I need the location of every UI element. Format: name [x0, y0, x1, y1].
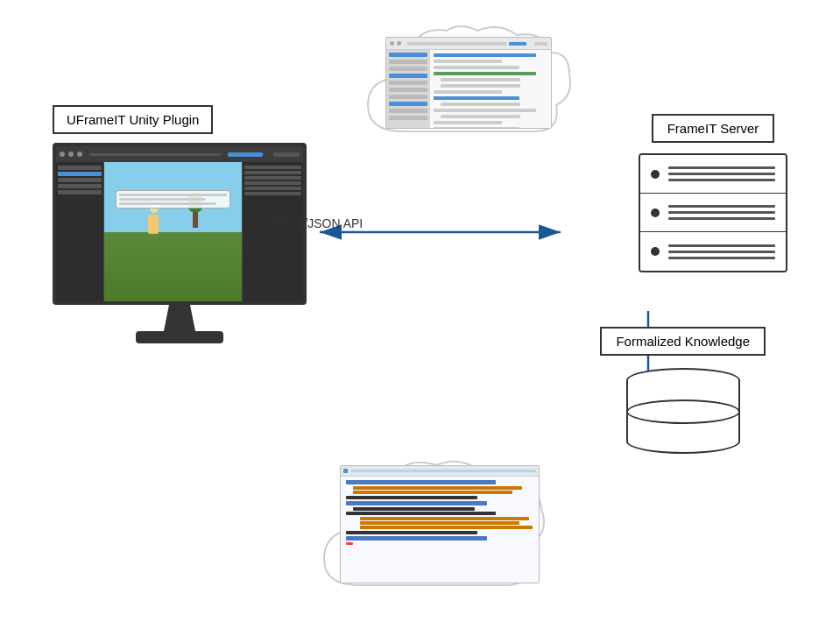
db-middle-line: [626, 399, 740, 424]
toolbar-dot-1: [60, 152, 65, 157]
server-dot-2: [651, 208, 660, 217]
server-section: FrameIT Server: [639, 114, 787, 272]
cloud-bottom-screenshot: [340, 465, 540, 583]
server-line-2c: [668, 217, 775, 220]
knowledge-label: Formalized Knowledge: [616, 334, 750, 349]
server-line-2b: [668, 211, 775, 214]
database-icon: [626, 368, 740, 454]
server-line-1a: [668, 166, 775, 169]
server-line-3b: [668, 251, 775, 253]
monitor: [53, 143, 307, 343]
ss-bottom-toolbar: [341, 466, 539, 477]
diagram-container: UFrameIT Unity Plugin: [0, 0, 840, 629]
knowledge-section: Formalized Knowledge: [600, 327, 766, 454]
unity-sidebar: [56, 162, 104, 301]
plugin-label: UFrameIT Unity Plugin: [67, 112, 199, 127]
server-line-3c: [668, 257, 775, 259]
toolbar-dot-3: [77, 152, 82, 157]
server-row-3: [640, 232, 786, 271]
ss-toolbar: [386, 38, 551, 50]
cloud-top-screenshot: [385, 37, 552, 129]
monitor-screen: [53, 143, 307, 305]
db-body: [626, 380, 740, 442]
ss-body: [386, 50, 551, 128]
server-label: FrameIT Server: [667, 121, 759, 136]
plugin-label-box: UFrameIT Unity Plugin: [53, 105, 213, 134]
unity-right-panel: [242, 162, 303, 301]
server-line-2a: [668, 205, 775, 208]
cloud-bottom: [315, 449, 561, 603]
unity-main: [56, 162, 303, 301]
toolbar-dot-2: [68, 152, 74, 157]
unity-toolbar: [56, 146, 303, 162]
ss-code-area: [430, 50, 551, 128]
server-dot-1: [651, 170, 660, 179]
api-text: REST/JSON API: [272, 216, 363, 230]
server-stack: [639, 153, 787, 272]
server-line-1b: [668, 173, 775, 175]
server-line-3a: [668, 244, 775, 247]
server-row-1: [640, 155, 786, 194]
server-lines-2: [668, 205, 775, 220]
ss-dot-2: [397, 41, 401, 46]
server-dot-3: [651, 247, 660, 256]
knowledge-label-box: Formalized Knowledge: [600, 327, 766, 356]
server-label-box: FrameIT Server: [652, 114, 775, 143]
plugin-section: UFrameIT Unity Plugin: [53, 105, 307, 343]
monitor-base: [136, 331, 223, 343]
unity-game-view: [104, 162, 242, 301]
api-label: REST/JSON API: [272, 216, 363, 230]
server-lines-1: [668, 166, 775, 181]
server-line-1c: [668, 179, 775, 181]
cloud-top: [359, 18, 578, 158]
server-row-2: [640, 194, 786, 232]
ss-sidebar: [386, 50, 430, 128]
ss-dot-1: [390, 41, 394, 46]
server-lines-3: [668, 244, 775, 259]
ss-bottom-code: [341, 477, 539, 549]
monitor-stand: [153, 305, 206, 331]
